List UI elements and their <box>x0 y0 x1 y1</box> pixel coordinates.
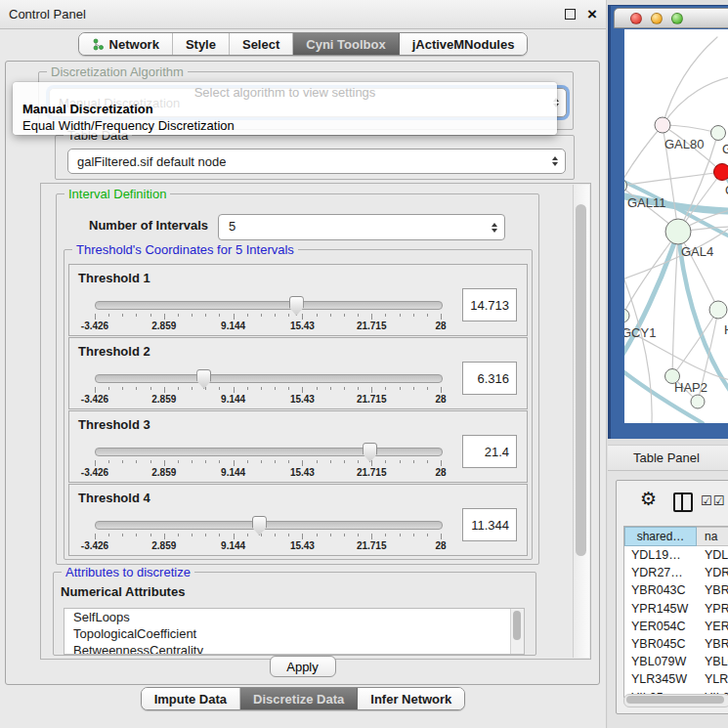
cell-name[interactable]: YBL0 <box>697 655 728 668</box>
tab-select[interactable]: Select <box>230 33 293 55</box>
table-row[interactable]: YER054CYER0 <box>624 618 728 635</box>
control-panel-titlebar: Control Panel × <box>0 0 606 29</box>
slider-ticks <box>95 534 441 540</box>
columns-icon[interactable] <box>673 492 693 512</box>
attributes-list-scrollbar-thumb[interactable] <box>513 611 521 640</box>
threshold-value-field[interactable]: 14.713 <box>462 288 517 321</box>
tab-style[interactable]: Style <box>173 33 230 55</box>
table-row[interactable]: YDR27…YDR2 <box>624 564 728 581</box>
gear-icon[interactable]: ⚙ <box>640 490 657 508</box>
table-row[interactable]: YBL079WYBL0 <box>624 653 728 670</box>
select-checkboxes-icon[interactable]: ☑☑ <box>701 493 725 508</box>
number-of-intervals-spinner[interactable]: 5 <box>218 214 505 240</box>
network-node-label: GAL4 <box>681 244 713 259</box>
column-header-shared-name[interactable]: shared… <box>624 527 697 546</box>
threshold-value-field[interactable]: 6.316 <box>462 362 517 395</box>
cell-shared-name[interactable]: YLR345W <box>624 672 697 686</box>
tab-discretize-data[interactable]: Discretize Data <box>240 688 358 709</box>
table-horizontal-scrollbar[interactable] <box>623 694 728 707</box>
dropdown-item-equal-width-frequency[interactable]: Equal Width/Frequency Discretization <box>13 117 557 134</box>
table-row[interactable]: YDL19…YDL1 <box>624 546 728 564</box>
close-icon[interactable]: × <box>587 6 597 22</box>
mac-minimize-button[interactable] <box>651 13 663 24</box>
settings-vertical-scrollbar-thumb[interactable] <box>576 204 586 556</box>
apply-button[interactable]: Apply <box>270 656 336 677</box>
mac-zoom-button[interactable] <box>671 13 683 24</box>
threshold-value-field[interactable]: 11.344 <box>462 508 517 541</box>
cell-shared-name[interactable]: YBL079W <box>624 655 697 668</box>
network-edge[interactable] <box>624 125 663 186</box>
network-edge[interactable] <box>672 232 678 376</box>
network-edge[interactable] <box>663 76 728 125</box>
threshold-value-field[interactable]: 21.4 <box>462 435 517 468</box>
network-node-node-right-h[interactable] <box>709 301 727 319</box>
attribute-list-item[interactable]: TopologicalCoefficient <box>64 625 524 642</box>
cell-name[interactable]: YBR0 <box>697 637 728 651</box>
network-edge[interactable] <box>663 37 717 125</box>
slider-tick-labels: -3.4262.8599.14415.4321.71528 <box>95 467 441 478</box>
tab-infer-network[interactable]: Infer Network <box>358 688 464 709</box>
network-node-node-top-right[interactable] <box>711 126 726 141</box>
cell-name[interactable]: YDR2 <box>697 566 728 579</box>
cell-shared-name[interactable]: YBR045C <box>624 637 697 651</box>
slider-track[interactable] <box>95 301 443 310</box>
threshold-panel: Threshold 1-3.4262.8599.14415.4321.71528… <box>68 264 528 336</box>
table-panel-inner: ⚙ ☑☑ shared… na YDL19…YDL1YDR27…YDR2YBR0… <box>616 480 728 714</box>
cell-shared-name[interactable]: YPR145W <box>624 602 697 616</box>
slider-thumb[interactable] <box>252 516 267 535</box>
attributes-list-scrollbar[interactable] <box>510 609 524 654</box>
tab-cyni-toolbox[interactable]: Cyni Toolbox <box>293 33 399 55</box>
network-view-window: GAL80GACGAL11GAL4GCY1HHAP2 <box>608 5 728 439</box>
float-window-icon[interactable] <box>565 9 576 20</box>
dropdown-item-manual-discretization[interactable]: Manual Discretization <box>13 101 557 117</box>
attribute-items: SelfLoopsTopologicalCoefficientBetweenne… <box>64 609 524 655</box>
cell-name[interactable]: YPR1 <box>697 602 728 616</box>
attribute-list-item[interactable]: SelfLoops <box>64 609 524 625</box>
attribute-list-item[interactable]: BetweennessCentrality <box>64 642 524 655</box>
column-header-name[interactable]: na <box>697 527 728 546</box>
tab-network[interactable]: Network <box>79 33 173 55</box>
network-edge[interactable] <box>624 232 678 366</box>
cell-shared-name[interactable]: YDL19… <box>624 548 697 562</box>
table-data-combobox[interactable]: galFiltered.sif default node <box>67 149 566 174</box>
network-node-gal4[interactable] <box>665 219 691 244</box>
tab-impute-data-label: Impute Data <box>154 692 227 707</box>
cell-name[interactable]: YDL1 <box>697 548 728 562</box>
tab-impute-data[interactable]: Impute Data <box>142 688 240 709</box>
table-panel-titlebar: Table Panel <box>608 445 728 471</box>
slider-track[interactable] <box>95 521 443 530</box>
slider-track[interactable] <box>95 448 443 456</box>
cell-shared-name[interactable]: YBR043C <box>624 583 697 597</box>
network-node-gal80[interactable] <box>655 117 670 133</box>
network-node-node-bottom[interactable] <box>691 395 705 408</box>
network-node-node-red[interactable] <box>714 164 728 181</box>
table-row[interactable]: YPR145WYPR1 <box>624 600 728 618</box>
slider-thumb[interactable] <box>363 443 377 462</box>
cell-shared-name[interactable]: YER054C <box>624 620 697 633</box>
slider-thumb[interactable] <box>289 296 304 316</box>
numerical-attributes-list[interactable]: SelfLoopsTopologicalCoefficientBetweenne… <box>64 608 525 655</box>
cell-name[interactable]: YER0 <box>697 620 728 633</box>
network-canvas[interactable]: GAL80GACGAL11GAL4GCY1HHAP2 <box>624 29 728 423</box>
number-of-intervals-label: Number of Intervals <box>89 218 208 233</box>
cell-name[interactable]: YBR0 <box>697 583 728 597</box>
tab-cyni-toolbox-label: Cyni Toolbox <box>306 37 385 52</box>
mac-close-button[interactable] <box>630 13 642 24</box>
tab-jactivemnodules[interactable]: jActiveMNodules <box>400 33 528 55</box>
table-row[interactable]: YBR045CYBR0 <box>624 635 728 653</box>
slider-track[interactable] <box>95 374 443 383</box>
network-edge[interactable] <box>663 125 718 133</box>
cell-shared-name[interactable]: YDR27… <box>624 566 697 579</box>
cell-name[interactable]: YLR3 <box>697 672 728 686</box>
slider-thumb[interactable] <box>196 369 211 389</box>
network-node-gcy1[interactable] <box>624 309 629 322</box>
dropdown-placeholder-item[interactable]: Select algorithm to view settings <box>13 85 557 101</box>
threshold-coordinates-group: Threshold's Coordinates for 5 Intervals … <box>64 249 533 560</box>
table-horizontal-scrollbar-thumb[interactable] <box>626 696 724 704</box>
network-edge[interactable] <box>624 172 722 186</box>
network-window-titlebar[interactable] <box>614 8 728 28</box>
table-row[interactable]: YBR043CYBR0 <box>624 581 728 599</box>
threshold-label: Threshold 1 <box>78 271 150 285</box>
table-row[interactable]: YLR345WYLR3 <box>624 670 728 688</box>
settings-vertical-scrollbar[interactable] <box>573 185 589 658</box>
